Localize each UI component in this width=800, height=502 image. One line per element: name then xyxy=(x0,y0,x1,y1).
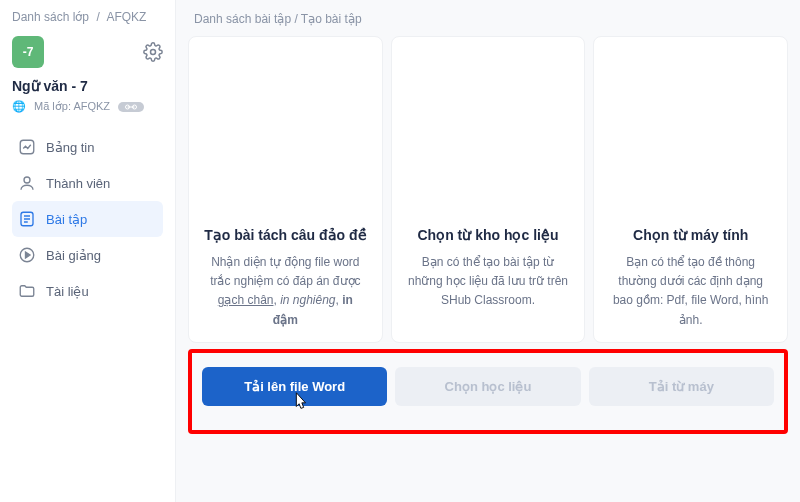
card-desc: Bạn có thể tạo bài tập từ những học liệu… xyxy=(404,253,573,311)
card-split-questions: Tạo bài tách câu đảo đề Nhận diện tự độn… xyxy=(188,36,383,343)
crumb-code: AFQKZ xyxy=(106,10,146,24)
card-from-computer: Chọn từ máy tính Bạn có thể tạo đề thông… xyxy=(593,36,788,343)
folder-icon xyxy=(18,282,36,300)
card-desc: Nhận diện tự động file word trắc nghiệm … xyxy=(201,253,370,330)
sidebar-item-tailieu[interactable]: Tài liệu xyxy=(12,273,163,309)
svg-point-0 xyxy=(151,50,156,55)
svg-point-4 xyxy=(24,177,30,183)
sidebar: Danh sách lớp / AFQKZ -7 Ngữ văn - 7 🌐 M… xyxy=(0,0,176,502)
class-title: Ngữ văn - 7 xyxy=(12,78,163,94)
sidebar-item-label: Thành viên xyxy=(46,176,110,191)
user-icon xyxy=(18,174,36,192)
crumb-root: Danh sách lớp xyxy=(12,10,89,24)
upload-from-computer-button[interactable]: Tải từ máy xyxy=(589,367,774,406)
sidebar-item-label: Tài liệu xyxy=(46,284,89,299)
sidebar-item-baigiang[interactable]: Bài giảng xyxy=(12,237,163,273)
exercise-icon xyxy=(18,210,36,228)
cards-row: Tạo bài tách câu đảo đề Nhận diện tự độn… xyxy=(188,36,788,343)
sidebar-item-label: Bài tập xyxy=(46,212,87,227)
play-icon xyxy=(18,246,36,264)
card-title: Chọn từ kho học liệu xyxy=(418,227,559,243)
card-title: Chọn từ máy tính xyxy=(633,227,748,243)
upload-word-button[interactable]: Tải lên file Word xyxy=(202,367,387,406)
cursor-icon xyxy=(289,390,311,415)
globe-icon: 🌐 xyxy=(12,100,26,113)
main: Danh sách bài tập / Tạo bài tập Tạo bài … xyxy=(176,0,800,502)
card-desc: Bạn có thể tạo đề thông thường dưới các … xyxy=(606,253,775,330)
chart-icon xyxy=(18,138,36,156)
sidebar-item-label: Bài giảng xyxy=(46,248,101,263)
sidebar-item-thanhvien[interactable]: Thành viên xyxy=(12,165,163,201)
gear-icon[interactable] xyxy=(143,42,163,62)
class-code: Mã lớp: AFQKZ xyxy=(34,100,110,113)
crumb-current: Tạo bài tập xyxy=(301,12,362,26)
card-from-library: Chọn từ kho học liệu Bạn có thể tạo bài … xyxy=(391,36,586,343)
sidebar-item-label: Bảng tin xyxy=(46,140,94,155)
crumb-root: Danh sách bài tập xyxy=(194,12,291,26)
sidebar-item-baitap[interactable]: Bài tập xyxy=(12,201,163,237)
choose-library-button[interactable]: Chọn học liệu xyxy=(395,367,580,406)
link-icon[interactable] xyxy=(118,102,144,112)
breadcrumb-page[interactable]: Danh sách bài tập / Tạo bài tập xyxy=(194,12,788,26)
sidebar-nav: Bảng tin Thành viên Bài tập Bài giảng Tà… xyxy=(12,129,163,309)
breadcrumb-class[interactable]: Danh sách lớp / AFQKZ xyxy=(12,10,163,24)
class-code-row: 🌐 Mã lớp: AFQKZ xyxy=(12,100,163,113)
class-badge[interactable]: -7 xyxy=(12,36,44,68)
class-row: -7 xyxy=(12,36,163,68)
highlighted-button-row: Tải lên file Word Chọn học liệu Tải từ m… xyxy=(188,349,788,434)
card-title: Tạo bài tách câu đảo đề xyxy=(204,227,366,243)
sidebar-item-bangtin[interactable]: Bảng tin xyxy=(12,129,163,165)
